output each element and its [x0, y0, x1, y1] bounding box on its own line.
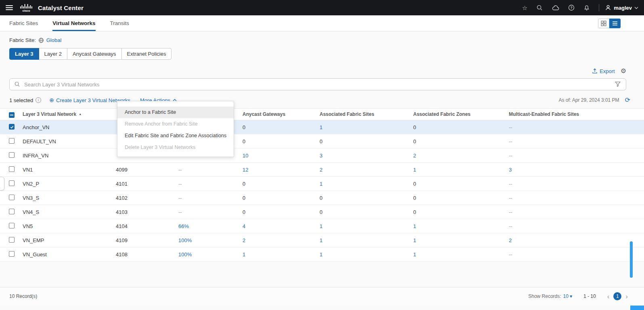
col-header-associated-fabric-zones[interactable]: Associated Fabric Zones [413, 111, 509, 117]
row-checkbox[interactable] [9, 124, 15, 130]
associated-fabric-zones-cell[interactable]: 1 [413, 237, 509, 243]
side-panel-handle[interactable] [0, 177, 4, 191]
grid-view-button[interactable] [598, 19, 609, 28]
multicast-fabric-sites-cell[interactable]: 3 [509, 167, 644, 173]
table-row[interactable]: VN5410466%411-- [0, 219, 644, 233]
associated-fabric-sites-cell[interactable]: 2 [320, 167, 413, 173]
cloud-icon[interactable] [552, 5, 559, 10]
row-checkbox[interactable] [9, 180, 15, 186]
user-menu[interactable]: maglev [605, 4, 638, 11]
multicast-fabric-sites-cell[interactable]: 2 [509, 237, 644, 243]
row-checkbox[interactable] [9, 251, 15, 257]
prev-page-icon[interactable]: ‹ [607, 293, 610, 300]
tab-fabric-sites[interactable]: Fabric Sites [9, 15, 38, 31]
associated-fabric-zones-cell[interactable]: 2 [413, 153, 509, 159]
horizontal-scrollbar-thumb[interactable] [630, 306, 644, 310]
multicast-fabric-sites-cell: -- [509, 209, 644, 215]
search-icon[interactable] [536, 4, 543, 11]
associated-fabric-sites-cell[interactable]: 1 [320, 181, 413, 187]
associated-fabric-zones-cell[interactable]: 1 [413, 223, 509, 229]
multicast-fabric-sites-cell: -- [509, 124, 644, 130]
info-icon[interactable]: i [36, 97, 41, 103]
anycast-gateways-cell[interactable]: 2 [243, 237, 320, 243]
row-checkbox[interactable] [9, 209, 15, 214]
bell-icon[interactable] [583, 4, 590, 11]
export-button[interactable]: Export [592, 68, 615, 74]
associated-fabric-sites-cell[interactable]: 1 [320, 251, 413, 258]
row-checkbox[interactable] [9, 223, 15, 228]
menu-item-edit-fabric-site-and-fabric-zone-associations[interactable]: Edit Fabric Site and Fabric Zone Associa… [117, 130, 234, 142]
export-icon [592, 68, 598, 74]
next-page-icon[interactable]: › [625, 293, 628, 300]
layer-tab-layer-2[interactable]: Layer 2 [39, 48, 67, 60]
vn-id-cell: 4104 [116, 223, 178, 229]
table-row[interactable]: VN_EMP4109100%2112 [0, 233, 644, 247]
menu-item-anchor-to-a-fabric-site[interactable]: Anchor to a Fabric Site [117, 107, 234, 118]
gear-icon[interactable]: ⚙ [621, 68, 626, 74]
associated-fabric-sites-cell[interactable]: 3 [320, 153, 413, 159]
refresh-icon[interactable]: ⟳ [625, 97, 630, 103]
associated-fabric-zones-cell: 0 [413, 124, 509, 130]
table-row[interactable]: VN4_S4103--000-- [0, 205, 644, 219]
table-row[interactable]: VN3_S4102--000-- [0, 191, 644, 205]
anycast-gateways-cell[interactable]: 12 [243, 167, 320, 173]
status-cell[interactable]: 100% [178, 251, 243, 258]
search-input[interactable] [9, 78, 626, 90]
col-header-layer3-vn[interactable]: Layer 3 Virtual Network▲ [23, 111, 116, 117]
status-cell[interactable]: 66% [178, 223, 243, 229]
status-cell: -- [178, 167, 243, 173]
current-page-button[interactable]: 1 [613, 292, 621, 300]
hamburger-menu-icon[interactable] [6, 5, 13, 10]
help-icon[interactable]: ? [568, 4, 575, 11]
associated-fabric-zones-cell[interactable]: 1 [413, 167, 509, 173]
tab-transits[interactable]: Transits [110, 15, 130, 31]
row-checkbox[interactable] [9, 237, 15, 243]
col-header-associated-fabric-sites[interactable]: Associated Fabric Sites [320, 111, 413, 117]
row-checkbox[interactable] [9, 138, 15, 144]
table-toolbar: 1 selected i ⊕ Create Layer 3 Virtual Ne… [0, 97, 644, 103]
show-records-select[interactable]: 10 ▾ [563, 293, 572, 299]
vn-name-cell: VN5 [23, 223, 116, 229]
col-header-multicast-fabric-sites[interactable]: Multicast-Enabled Fabric Sites [509, 111, 644, 117]
associated-fabric-sites-cell[interactable]: 1 [320, 223, 413, 229]
table-row[interactable]: INFRA_VN1032-- [0, 149, 644, 163]
list-view-button[interactable] [609, 19, 621, 28]
col-header-anycast-gateways[interactable]: Anycast Gateways [243, 111, 320, 117]
row-checkbox[interactable] [9, 195, 15, 200]
table-row[interactable]: VN2_P4101--010-- [0, 177, 644, 191]
sort-asc-icon: ▲ [79, 113, 82, 115]
associated-fabric-sites-cell[interactable]: 1 [320, 124, 413, 130]
vn-id-cell: 4109 [116, 237, 178, 243]
status-cell[interactable]: 100% [178, 237, 243, 243]
anycast-gateways-cell[interactable]: 10 [243, 153, 320, 159]
layer-tab-extranet-policies[interactable]: Extranet Policies [121, 48, 172, 60]
table-row[interactable]: VN14099--12213 [0, 163, 644, 177]
layer-tab-anycast-gateways[interactable]: Anycast Gateways [67, 48, 122, 60]
vertical-scrollbar-thumb[interactable] [630, 241, 633, 278]
associated-fabric-sites-cell[interactable]: 1 [320, 237, 413, 243]
pagination: Show Records: 10 ▾ 1 - 10 ‹ 1 › [528, 292, 628, 300]
global-site-icon [38, 38, 44, 43]
associated-fabric-zones-cell: 0 [413, 209, 509, 215]
anycast-gateways-cell[interactable]: 1 [243, 251, 320, 258]
anycast-gateways-cell[interactable]: 4 [243, 223, 320, 229]
row-checkbox[interactable] [9, 152, 15, 158]
associated-fabric-sites-cell: 0 [320, 209, 413, 215]
plus-circle-icon: ⊕ [49, 97, 54, 103]
table-row[interactable]: VN_Guest4108100%111-- [0, 247, 644, 262]
select-all-checkbox[interactable] [9, 112, 15, 118]
table-row[interactable]: DEFAULT_VN000-- [0, 134, 644, 149]
tab-virtual-networks[interactable]: Virtual Networks [52, 15, 95, 31]
row-checkbox[interactable] [9, 166, 15, 172]
multicast-fabric-sites-cell: -- [509, 223, 644, 229]
menu-item-delete-layer-3-virtual-networks: Delete Layer 3 Virtual Networks [117, 142, 234, 153]
star-icon[interactable]: ☆ [522, 5, 527, 11]
table-row[interactable]: Anchor_VN010-- [0, 120, 644, 134]
associated-fabric-zones-cell[interactable]: 1 [413, 251, 509, 258]
associated-fabric-sites-cell: 0 [320, 195, 413, 201]
filter-icon[interactable] [615, 82, 621, 87]
anycast-gateways-cell: 0 [243, 195, 320, 201]
page-tabbar: Fabric SitesVirtual NetworksTransits [0, 15, 644, 31]
fabric-site-global-link[interactable]: Global [46, 37, 62, 43]
layer-tab-layer-3[interactable]: Layer 3 [9, 48, 39, 60]
